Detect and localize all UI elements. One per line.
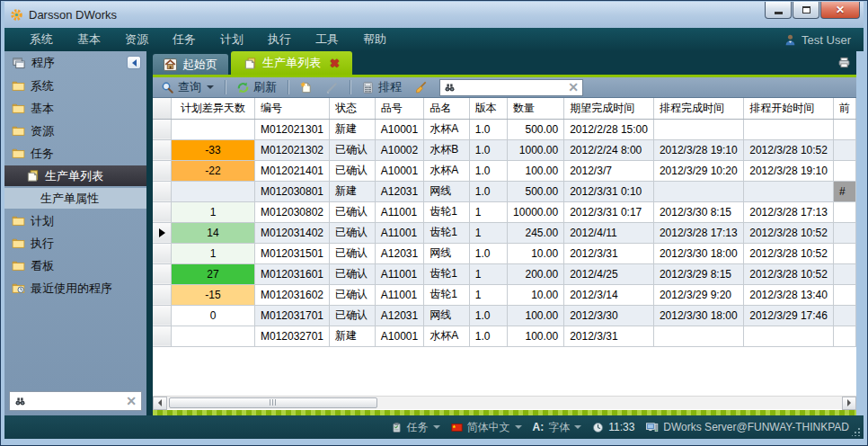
language-dropdown[interactable]: 简体中文 bbox=[451, 420, 522, 435]
window-title: Darsson DWorks bbox=[29, 8, 117, 22]
sidebar-collapse-button[interactable] bbox=[127, 56, 141, 69]
close-button[interactable]: ✕ bbox=[820, 2, 860, 19]
edit-button[interactable] bbox=[321, 80, 343, 95]
refresh-button[interactable]: 刷新 bbox=[232, 78, 281, 96]
clear-search-icon[interactable]: ✕ bbox=[568, 81, 579, 94]
column-header-code[interactable]: 编号 bbox=[254, 98, 329, 119]
sidebar-item[interactable]: 生产单列表 bbox=[4, 165, 146, 186]
menu-item[interactable]: 执行 bbox=[259, 28, 300, 51]
cell-qty: 245.00 bbox=[508, 222, 564, 243]
cell-sched_end: 2012/3/29 9:20 bbox=[653, 284, 743, 305]
column-header-sched_end[interactable]: 排程完成时间 bbox=[653, 98, 743, 119]
cell-item_name: 齿轮1 bbox=[424, 263, 470, 284]
cell-version: 1 bbox=[469, 222, 507, 243]
sidebar-item[interactable]: 执行 bbox=[4, 233, 146, 254]
menu-item[interactable]: 系统 bbox=[21, 28, 62, 51]
sidebar-item[interactable]: 资源 bbox=[4, 120, 146, 141]
column-header-status[interactable]: 状态 bbox=[330, 98, 376, 119]
table-row[interactable]: M012030801新建A12031网线1.0500.002012/3/31 0… bbox=[153, 181, 856, 201]
column-header-expected[interactable]: 期望完成时间 bbox=[564, 98, 654, 119]
column-header-diff[interactable]: 计划差异天数 bbox=[172, 98, 255, 119]
tab-production-order-list[interactable]: 生产单列表 ✖ bbox=[231, 51, 352, 75]
cell-status: 已确认 bbox=[330, 243, 376, 263]
language-label: 简体中文 bbox=[467, 420, 510, 435]
row-selector[interactable] bbox=[153, 284, 172, 305]
column-header-qty[interactable]: 数量 bbox=[508, 98, 564, 119]
column-header-extra[interactable]: 前 bbox=[833, 98, 855, 119]
home-icon bbox=[164, 58, 176, 70]
row-selector[interactable] bbox=[153, 201, 172, 222]
sidebar-item[interactable]: 计划 bbox=[4, 210, 146, 231]
scroll-right-button[interactable] bbox=[842, 397, 856, 410]
row-selector[interactable] bbox=[153, 160, 172, 181]
calculator-icon bbox=[361, 81, 375, 94]
query-button[interactable]: 查询 bbox=[156, 78, 218, 96]
maximize-button[interactable] bbox=[793, 2, 819, 19]
table-row[interactable]: 14M012031402已确认A11001齿轮11245.002012/4/11… bbox=[153, 222, 856, 243]
row-selector[interactable] bbox=[153, 119, 172, 139]
cell-sched_start bbox=[744, 181, 834, 201]
tab-start-page[interactable]: 起始页 bbox=[153, 54, 228, 75]
menu-item[interactable]: 任务 bbox=[164, 28, 205, 51]
cell-qty: 10000.00 bbox=[508, 201, 564, 222]
sidebar-item[interactable]: 系统 bbox=[4, 76, 146, 96]
horizontal-scrollbar[interactable] bbox=[153, 396, 856, 409]
sidebar-item[interactable]: 最近使用的程序 bbox=[4, 278, 146, 299]
cell-code: M012031701 bbox=[254, 305, 329, 326]
minimize-button[interactable] bbox=[765, 2, 792, 19]
row-selector[interactable] bbox=[153, 243, 172, 263]
table-row[interactable]: M012032701新建A10001水杯A1.0100.002012/3/31 bbox=[153, 326, 856, 346]
sidebar-search-input[interactable] bbox=[31, 395, 121, 407]
table-row[interactable]: 1M012030802已确认A11001齿轮1110000.002012/3/3… bbox=[153, 201, 856, 222]
sidebar-item[interactable]: 基本 bbox=[4, 98, 146, 119]
cell-item_name: 水杯A bbox=[424, 160, 470, 181]
task-dropdown[interactable]: 任务 bbox=[391, 420, 440, 435]
sidebar-item[interactable]: 生产单属性 bbox=[4, 188, 146, 209]
table-row[interactable]: -15M012031602已确认A11001齿轮1110.002012/3/14… bbox=[153, 284, 856, 305]
cell-sched_start: 2012/3/28 19:10 bbox=[744, 160, 834, 181]
resize-grip[interactable] bbox=[852, 427, 861, 436]
menu-item[interactable]: 资源 bbox=[116, 28, 157, 51]
row-selector[interactable] bbox=[153, 139, 172, 160]
orders-table: 计划差异天数编号状态品号品名版本数量期望完成时间排程完成时间排程开始时间前M01… bbox=[153, 98, 856, 347]
menu-item[interactable]: 基本 bbox=[68, 28, 110, 51]
row-selector[interactable] bbox=[153, 326, 172, 346]
menu-item[interactable]: 计划 bbox=[211, 28, 252, 51]
scrollbar-thumb[interactable] bbox=[169, 397, 377, 408]
scroll-left-button[interactable] bbox=[153, 397, 167, 410]
table-row[interactable]: 27M012031601已确认A11001齿轮11200.002012/4/25… bbox=[153, 263, 856, 284]
row-selector[interactable] bbox=[153, 305, 172, 326]
cell-expected: 2012/3/14 bbox=[564, 284, 654, 305]
column-header-sched_start[interactable]: 排程开始时间 bbox=[744, 98, 834, 119]
table-row[interactable]: -22M012021401已确认A10001水杯A1.0100.002012/3… bbox=[153, 160, 856, 181]
table-row[interactable]: -33M012021302已确认A10002水杯B1.01000.002012/… bbox=[153, 139, 856, 160]
row-selector[interactable] bbox=[153, 181, 172, 201]
folder-icon bbox=[12, 79, 25, 93]
row-selector[interactable] bbox=[153, 222, 172, 243]
toolbar-search-input[interactable] bbox=[459, 81, 564, 94]
menu-item[interactable]: 帮助 bbox=[354, 28, 395, 51]
table-row[interactable]: 0M012031701已确认A12031网线1.0100.002012/3/30… bbox=[153, 305, 856, 326]
row-selector[interactable] bbox=[153, 263, 172, 284]
cell-expected: 2012/3/31 bbox=[564, 326, 654, 346]
column-header-item_name[interactable]: 品名 bbox=[424, 98, 470, 119]
new-button[interactable] bbox=[295, 80, 317, 95]
column-header-version[interactable]: 版本 bbox=[469, 98, 507, 119]
clock-area: 11:33 bbox=[592, 421, 634, 433]
table-row[interactable]: M012021301新建A10001水杯A1.0500.002012/2/28 … bbox=[153, 119, 856, 139]
sidebar-item[interactable]: 任务 bbox=[4, 143, 146, 164]
schedule-button[interactable]: 排程 bbox=[357, 78, 406, 96]
printer-icon[interactable] bbox=[837, 56, 851, 69]
menu-item[interactable]: 工具 bbox=[306, 28, 348, 51]
clear-search-icon[interactable]: ✕ bbox=[126, 395, 137, 407]
sidebar-item[interactable]: 看板 bbox=[4, 255, 146, 276]
clean-button[interactable] bbox=[410, 80, 432, 95]
table-row[interactable]: 1M012031501已确认A12031网线1.010.002012/3/312… bbox=[153, 243, 856, 263]
tab-close-icon[interactable]: ✖ bbox=[330, 57, 340, 70]
user-area[interactable]: Test User bbox=[784, 28, 851, 51]
scrollbar-track[interactable] bbox=[167, 397, 842, 410]
font-dropdown[interactable]: A: 字体 bbox=[533, 420, 582, 435]
cell-sched_start bbox=[744, 326, 834, 346]
cell-sched_start: 2012/3/29 17:46 bbox=[744, 305, 834, 326]
column-header-item_no[interactable]: 品号 bbox=[375, 98, 423, 119]
